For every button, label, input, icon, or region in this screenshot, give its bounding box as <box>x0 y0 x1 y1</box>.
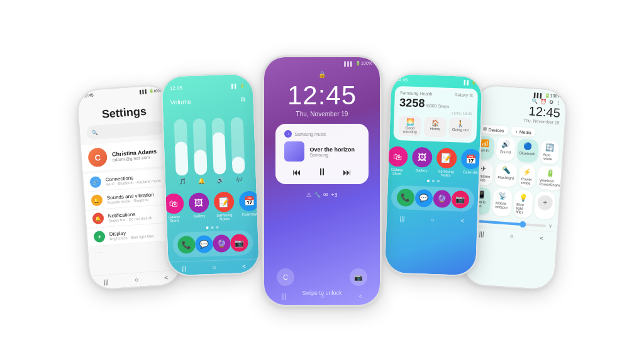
home-dock-msg[interactable]: 💬 <box>414 189 433 207</box>
app-galaxy-store[interactable]: 🛍 Galaxy Store <box>164 194 185 223</box>
nav-back-2[interactable]: ||| <box>181 265 186 272</box>
volume-slider-notif: 🔔 <box>192 114 208 184</box>
tile-wireless-share[interactable]: 🔋 Wireless PowerShare <box>536 165 564 190</box>
signal-3: ▌▌▌ <box>344 62 353 66</box>
phone-dock-msg[interactable]: 💬 <box>195 235 213 253</box>
music-card: ♪ Samsung music Over the horizon Samsung… <box>275 124 368 184</box>
health-btn-going-out[interactable]: 🚶 Going out <box>448 118 472 138</box>
volume-fill-ring <box>232 156 245 174</box>
lock-date: Thu, November 19 <box>296 111 348 118</box>
app-calendar[interactable]: 📅 Calendar <box>239 190 260 220</box>
signal-1: ▌▌▌ <box>140 89 148 94</box>
add-tile-btn[interactable]: + <box>537 195 553 211</box>
nav-home-2[interactable]: ○ <box>213 264 216 271</box>
nav-recent-5[interactable]: < <box>540 234 544 241</box>
airplane-icon: ✈ <box>480 165 487 173</box>
nav-recent-1[interactable]: < <box>164 274 169 281</box>
signal-5: ▌▌▌ <box>534 92 543 97</box>
tile-add[interactable]: + <box>534 191 556 219</box>
tile-bluelight[interactable]: 💡 Blue light filter <box>513 190 533 218</box>
notes-icon: 📝 <box>214 192 235 212</box>
volume-slider-system: 🔊 <box>211 114 226 184</box>
bluelight-icon: 💡 <box>519 194 528 202</box>
next-button[interactable]: ⏭ <box>343 167 352 177</box>
media-button[interactable]: ♪ Media <box>511 126 536 137</box>
tile-power-mode[interactable]: ⚡ Power mode <box>518 164 536 189</box>
devices-grid-icon: ⊞ <box>482 126 487 131</box>
phone-home: 12:45 ▌▌ 🔋 Samsung Health Galaxy fit 325… <box>384 73 484 277</box>
home-dock-phone[interactable]: 📞 <box>396 189 414 207</box>
nav-back-5[interactable]: ||| <box>479 230 484 238</box>
nav-back-1[interactable]: ||| <box>103 278 109 286</box>
brightness-slider[interactable] <box>479 220 546 227</box>
gear-icon[interactable]: ⚙ <box>240 96 245 103</box>
tile-autorotate[interactable]: 🔄 Auto rotate <box>540 140 559 165</box>
autorotate-icon: 🔄 <box>545 143 555 152</box>
tile-bluetooth[interactable]: 🔵 Bluetooth <box>516 138 539 163</box>
nav-recent-2[interactable]: < <box>242 263 246 270</box>
expand-icon[interactable]: ∨ <box>548 223 553 229</box>
music-artist: Samsung <box>309 153 355 157</box>
gallery-icon: 🖼 <box>189 192 209 213</box>
home-status-bar: 12:45 ▌▌ 🔋 <box>391 74 482 87</box>
home-app-gallery[interactable]: 🖼 Gallery <box>411 147 433 177</box>
nav-home-3[interactable]: ○ <box>321 293 325 300</box>
nav-back-3[interactable]: ||| <box>281 293 286 300</box>
home-app-notes[interactable]: 📝 Samsung Notes <box>436 148 457 177</box>
lock-nav-bar: ||| ○ < <box>264 293 380 300</box>
tile-sound[interactable]: 🔊 Sound <box>496 137 515 162</box>
tile-flashlight[interactable]: 🔦 Flashlight <box>494 163 517 187</box>
wifi-icon: 📶 <box>480 139 490 148</box>
phone-dock-bixby[interactable]: 🔮 <box>213 234 231 253</box>
phone-dock-cam[interactable]: 📷 <box>230 234 248 252</box>
notif-more: +3 <box>331 192 337 198</box>
music-app-row: ♪ Samsung music <box>284 130 359 138</box>
app-gallery[interactable]: 🖼 Gallery <box>189 192 210 222</box>
step-count: 3258 <box>399 96 425 110</box>
health-app-name: Samsung Health <box>400 90 433 96</box>
gear-icon-q[interactable]: ⚙ <box>549 99 554 105</box>
health-btn-home[interactable]: 🏠 Home <box>423 116 447 137</box>
music-info-row: Over the horizon Samsung <box>284 141 359 162</box>
nav-back-4[interactable]: ||| <box>399 215 404 222</box>
nav-home-5[interactable]: ○ <box>509 233 514 239</box>
home-nav-bar: ||| ○ < <box>387 211 478 228</box>
signal-2: ▌▌ <box>231 84 238 88</box>
volume-time: 12:45 <box>170 85 182 91</box>
music-title: Over the horizon <box>309 146 355 153</box>
home-dock-cam[interactable]: 📷 <box>451 190 469 209</box>
lock-call-btn[interactable]: C <box>277 268 294 286</box>
volume-slider-media: 🎵 <box>174 115 189 185</box>
tile-hotspot[interactable]: 📡 Mobile hotspot <box>492 189 512 217</box>
home-time: 12:45 <box>396 77 408 83</box>
notif-mail: ✉ <box>323 192 328 198</box>
nav-recent-4[interactable]: < <box>460 217 464 224</box>
pause-button[interactable]: ⏸ <box>317 167 327 178</box>
speaker-icon: 🔊 <box>216 177 223 183</box>
phone-dock-call[interactable]: 📞 <box>177 236 196 254</box>
home-app-calendar[interactable]: 📅 Calendar <box>460 149 482 178</box>
lock-camera-btn[interactable]: 📷 <box>350 268 367 286</box>
power-icon: ⚡ <box>523 168 532 177</box>
lock-screen: ▌▌▌ 🔋100% 🔒 12:45 Thu, November 19 ♪ Sam… <box>264 57 380 305</box>
battery-4: 🔋 <box>471 80 477 85</box>
devices-button[interactable]: ⊞ Devices <box>478 124 509 135</box>
notif-tool: 🔧 <box>314 192 321 198</box>
battery-5: 🔋100% <box>544 93 561 99</box>
nav-home-1[interactable]: ○ <box>135 276 139 283</box>
app-notes[interactable]: 📝 Samsung Notes <box>214 192 235 221</box>
home-app-store[interactable]: 🛍 Galaxy Store <box>387 146 408 175</box>
phone-2-apps-row: 🛍 Galaxy Store 🖼 Gallery 📝 Samsung Notes… <box>165 187 257 225</box>
battery-1: 🔋100% <box>148 88 163 94</box>
health-widget[interactable]: Samsung Health Galaxy fit 3258 /6000 Ste… <box>393 86 478 143</box>
nav-home-4[interactable]: ○ <box>431 216 435 223</box>
health-btn-morning[interactable]: 🌅 Good morning <box>398 116 421 136</box>
note-icon: 🎶 <box>235 176 242 182</box>
notif-warning: ⚠ <box>306 192 311 198</box>
prev-button[interactable]: ⏮ <box>292 167 301 177</box>
volume-sliders-container: 🎵 🔔 🔊 🎶 <box>163 106 256 190</box>
home-dock-bixby[interactable]: 🔮 <box>433 190 451 208</box>
settings-user-card[interactable]: C Christina Adams adams@gmail.com <box>81 139 174 172</box>
nav-recent-3[interactable]: < <box>359 293 363 300</box>
nav-bar-2: ||| ○ < <box>168 258 259 275</box>
